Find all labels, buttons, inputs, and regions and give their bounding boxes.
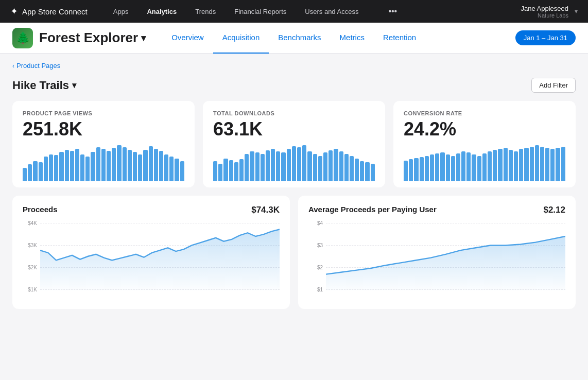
bar: [371, 164, 375, 181]
bar: [435, 153, 439, 181]
bar: [28, 164, 32, 181]
app-store-connect-logo[interactable]: ✦ App Store Connect: [10, 6, 88, 17]
bar: [297, 147, 301, 181]
bar: [91, 152, 95, 181]
bar: [143, 150, 147, 181]
avg-proceeds-line-svg: [326, 220, 565, 290]
bar: [519, 149, 523, 181]
bar: [498, 149, 502, 181]
bar: [107, 151, 111, 182]
breadcrumb-link[interactable]: ‹ Product Pages: [12, 62, 60, 70]
bar: [307, 151, 312, 181]
bar: [451, 156, 455, 181]
breadcrumb-chevron-icon: ‹: [12, 62, 14, 70]
bar: [292, 146, 296, 181]
app-icon: 🌲: [12, 28, 33, 48]
bar: [65, 150, 69, 181]
avg-proceeds-chart: $4 $3 $2 $1: [308, 220, 565, 303]
line-cards-row: Proceeds $74.3K $4K $3K $2K: [12, 196, 576, 309]
bar: [556, 148, 560, 181]
bar: [504, 148, 508, 181]
grid-label-3k: $3K: [23, 243, 37, 248]
bar: [540, 147, 544, 181]
bar: [154, 149, 158, 181]
app-name-selector[interactable]: Forest Explorer ▾: [39, 30, 146, 46]
bar: [213, 161, 217, 181]
bar: [112, 148, 116, 181]
nav-item-analytics[interactable]: Analytics: [137, 0, 186, 23]
bar: [545, 148, 549, 181]
tab-benchmarks[interactable]: Benchmarks: [269, 23, 330, 54]
section-title[interactable]: Hike Trails ▾: [12, 79, 76, 92]
tab-retention[interactable]: Retention: [374, 23, 425, 54]
add-filter-button[interactable]: Add Filter: [531, 78, 576, 93]
line-card-avg-proceeds: Average Proceeds per Paying User $2.12 $…: [298, 196, 576, 309]
bar: [328, 150, 333, 181]
proceeds-chart: $4K $3K $2K $1K: [23, 220, 280, 303]
bar: [488, 151, 492, 181]
bar: [245, 154, 249, 181]
tab-metrics[interactable]: Metrics: [331, 23, 374, 54]
bar: [404, 161, 408, 181]
user-chevron-icon: ▾: [575, 8, 578, 15]
grid-label-4: $4: [308, 220, 323, 226]
nav-item-trends[interactable]: Trends: [186, 0, 225, 23]
date-range-button[interactable]: Jan 1 – Jan 31: [515, 30, 576, 45]
bar: [271, 149, 275, 181]
bar: [365, 162, 369, 181]
top-navigation-bar: ✦ App Store Connect Apps Analytics Trend…: [0, 0, 588, 23]
bar: [117, 145, 121, 181]
bar: [123, 147, 127, 182]
breadcrumb: ‹ Product Pages: [12, 62, 576, 70]
bar: [313, 154, 317, 181]
bar: [344, 154, 349, 181]
bar: [128, 150, 132, 181]
user-org: Nature Labs: [521, 12, 568, 19]
tab-overview[interactable]: Overview: [162, 23, 213, 54]
asc-icon: ✦: [10, 6, 18, 17]
user-info: Jane Appleseed Nature Labs: [521, 5, 568, 19]
bar: [524, 148, 528, 181]
app-name-chevron-icon: ▾: [141, 32, 146, 44]
bar-chart-downloads: [213, 145, 375, 181]
stat-value-downloads: 63.1K: [213, 118, 375, 140]
nav-item-financial-reports[interactable]: Financial Reports: [225, 0, 296, 23]
bar: [535, 145, 539, 181]
bar: [138, 154, 142, 182]
top-bar-left: ✦ App Store Connect Apps Analytics Trend…: [10, 0, 401, 23]
bar: [430, 154, 434, 181]
bar: [276, 151, 280, 181]
avg-proceeds-title: Average Proceeds per Paying User: [308, 205, 437, 214]
proceeds-value: $74.3K: [251, 205, 280, 215]
line-card-header-avg: Average Proceeds per Paying User $2.12: [308, 205, 565, 215]
nav-item-users-access[interactable]: Users and Access: [296, 0, 368, 23]
bar: [281, 152, 285, 181]
user-menu[interactable]: Jane Appleseed Nature Labs ▾: [521, 5, 578, 19]
grid-label-2k: $2K: [23, 265, 37, 270]
bar: [133, 152, 137, 181]
app-tabs: Overview Acquisition Benchmarks Metrics …: [162, 23, 425, 54]
bar: [350, 156, 354, 181]
bar: [461, 151, 465, 181]
bar: [509, 150, 513, 181]
avg-proceeds-value: $2.12: [543, 205, 565, 215]
more-menu-button[interactable]: •••: [384, 7, 401, 16]
proceeds-line-svg: [40, 220, 280, 290]
bar-chart-page-views: [23, 145, 184, 181]
stat-value-page-views: 251.8K: [23, 118, 184, 140]
bar: [446, 154, 450, 181]
grid-label-3: $3: [308, 243, 323, 248]
user-name: Jane Appleseed: [521, 5, 568, 12]
bar: [75, 149, 79, 181]
section-chevron-icon: ▾: [72, 80, 76, 90]
bar: [302, 145, 306, 181]
bar: [250, 151, 254, 181]
bar: [80, 154, 84, 182]
bar: [550, 149, 555, 181]
line-card-header-proceeds: Proceeds $74.3K: [23, 205, 280, 215]
nav-item-apps[interactable]: Apps: [104, 0, 138, 23]
bar: [229, 160, 233, 181]
bar: [96, 147, 100, 181]
bar-chart-conversion: [404, 145, 565, 181]
tab-acquisition[interactable]: Acquisition: [213, 23, 269, 54]
